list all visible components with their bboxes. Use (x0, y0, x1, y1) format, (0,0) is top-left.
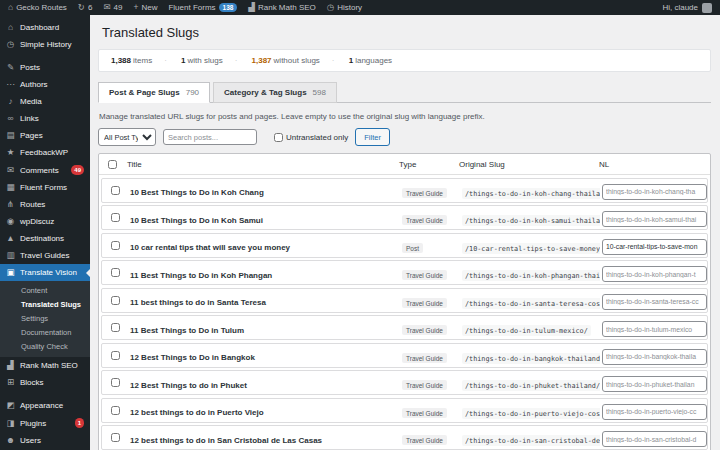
sidebar-item-appearance[interactable]: ◩Appearance (0, 397, 90, 414)
row-slug-cell: /things-to-do-in-santa-teresa-costa-rica… (460, 291, 600, 309)
submenu-item-quality-check[interactable]: Quality Check (0, 339, 90, 353)
nl-slug-input[interactable] (602, 184, 707, 200)
admin-bar-fluent-forms[interactable]: Fluent Forms 138 (168, 3, 237, 12)
sidebar-item-links[interactable]: ∞Links (0, 110, 90, 127)
tab-category-tag-slugs[interactable]: Category & Tag Slugs 598 (213, 82, 337, 103)
post-type-select[interactable]: All Post Types (98, 128, 156, 146)
post-type-badge: Post (402, 243, 423, 253)
sidebar-item-feedbackwp[interactable]: ★FeedbackWP (0, 144, 90, 161)
sidebar-item-media[interactable]: ♪Media (0, 93, 90, 110)
rank-math-label: Rank Math SEO (258, 3, 316, 12)
main-content: Translated Slugs 1,388items 1with slugs … (90, 0, 720, 450)
row-checkbox[interactable] (111, 351, 120, 360)
nl-slug-input[interactable] (602, 266, 707, 282)
row-type-cell: Travel Guide (400, 429, 460, 447)
admin-bar-history[interactable]: ◷ History (327, 3, 362, 12)
submenu-item-settings[interactable]: Settings (0, 311, 90, 325)
table-row: 12 Best Things to do in PhuketTravel Gui… (101, 370, 708, 395)
admin-bar-site[interactable]: ⌂ Gecko Routes (8, 3, 67, 12)
sidebar-submenu: ContentTranslated SlugsSettingsDocumenta… (0, 281, 90, 357)
column-header-nl: NL (597, 160, 710, 169)
row-checkbox[interactable] (111, 268, 120, 277)
nl-slug-input[interactable] (602, 321, 707, 337)
row-slug-cell: /things-to-do-in-koh-chang-thailand/ (460, 181, 600, 199)
nl-slug-input[interactable] (602, 404, 707, 420)
table-row: 11 Best Things to Do in TulumTravel Guid… (101, 315, 708, 340)
post-title-link[interactable]: 12 best things to do in Puerto Viejo (130, 408, 264, 417)
sidebar-item-dashboard[interactable]: ⌂Dashboard (0, 19, 90, 36)
sidebar-item-pages[interactable]: ▤Pages (0, 127, 90, 144)
row-checkbox[interactable] (111, 296, 120, 305)
updates-icon: ↻ (78, 3, 85, 12)
row-checkbox[interactable] (111, 433, 120, 442)
post-title-link[interactable]: 12 Best Things to Do in Bangkok (130, 353, 255, 362)
links-icon: ∞ (6, 114, 15, 123)
admin-bar-rank-math[interactable]: ▟ Rank Math SEO (248, 3, 315, 12)
site-name: Gecko Routes (16, 3, 67, 12)
submenu-item-documentation[interactable]: Documentation (0, 325, 90, 339)
sidebar-item-authors[interactable]: ⋯Authors (0, 76, 90, 93)
sidebar-item-wpdiscuz[interactable]: ◉wpDiscuz (0, 213, 90, 230)
sidebar-item-plugins[interactable]: ◨Plugins1 (0, 414, 90, 432)
submenu-item-translated-slugs[interactable]: Translated Slugs (0, 297, 90, 311)
sidebar-menu: ⌂Dashboard◷Simple History✎Posts⋯Authors♪… (0, 15, 90, 450)
table-row: 11 Best Things to Do in Koh PhanganTrave… (101, 260, 708, 285)
row-slug-cell: /things-to-do-in-tulum-mexico/ (460, 319, 600, 337)
post-title-link[interactable]: 11 Best Things to Do in Tulum (130, 326, 244, 335)
nl-slug-input[interactable] (602, 431, 707, 447)
post-type-badge: Travel Guide (402, 408, 447, 418)
sidebar-item-posts[interactable]: ✎Posts (0, 59, 90, 76)
admin-bar: ⌂ Gecko Routes ↻ 6 ✉ 49 + New Fluent For… (0, 0, 720, 15)
sidebar-item-rank-math-seo[interactable]: ▟Rank Math SEO (0, 357, 90, 374)
sidebar-item-simple-history[interactable]: ◷Simple History (0, 36, 90, 53)
count-badge: 1 (75, 418, 84, 428)
tab-post-page-slugs[interactable]: Post & Page Slugs 790 (98, 82, 210, 103)
untranslated-only-checkbox[interactable] (274, 133, 283, 142)
sidebar-item-routes[interactable]: ⋔Routes (0, 196, 90, 213)
post-title-link[interactable]: 11 Best Things to Do in Koh Phangan (130, 271, 272, 280)
sidebar-item-label: Media (20, 97, 42, 106)
untranslated-only-toggle[interactable]: Untranslated only (274, 133, 348, 142)
row-checkbox[interactable] (111, 186, 120, 195)
column-header-type: Type (397, 160, 457, 169)
admin-bar-new[interactable]: + New (133, 3, 157, 12)
row-checkbox[interactable] (111, 378, 120, 387)
nl-slug-input[interactable] (602, 349, 707, 365)
table-body: 10 Best Things to Do in Koh ChangTravel … (99, 178, 710, 450)
post-title-link[interactable]: 12 best things to do in San Cristobal de… (130, 436, 322, 445)
row-checkbox[interactable] (111, 213, 120, 222)
post-title-link[interactable]: 10 Best Things to Do in Koh Chang (130, 188, 264, 197)
routes-icon: ⋔ (6, 200, 15, 209)
nl-slug-input[interactable] (602, 294, 707, 310)
sidebar-item-translate-vision[interactable]: ▣Translate Vision (0, 264, 90, 281)
tab-label: Post & Page Slugs (109, 88, 180, 97)
admin-bar-user-menu[interactable]: Hi, claude (662, 3, 712, 13)
row-checkbox[interactable] (111, 406, 120, 415)
row-nl-cell (600, 263, 707, 283)
history-label: History (337, 3, 362, 12)
submenu-item-content[interactable]: Content (0, 283, 90, 297)
post-title-link[interactable]: 11 best things to do in Santa Teresa (130, 298, 266, 307)
select-all-checkbox[interactable] (108, 160, 117, 169)
sidebar-item-comments[interactable]: ✉Comments49 (0, 161, 90, 179)
admin-bar-updates[interactable]: ↻ 6 (78, 3, 93, 12)
nl-slug-input[interactable] (602, 239, 707, 255)
row-checkbox[interactable] (111, 323, 120, 332)
post-title-link[interactable]: 10 Best Things to Do in Koh Samui (130, 216, 263, 225)
nl-slug-input[interactable] (602, 376, 707, 392)
row-type-cell: Travel Guide (400, 291, 460, 309)
row-checkbox[interactable] (111, 241, 120, 250)
post-title-link[interactable]: 10 car rental tips that will save you mo… (130, 243, 290, 252)
sidebar-item-fluent-forms[interactable]: ▦Fluent Forms (0, 179, 90, 196)
filter-button[interactable]: Filter (355, 128, 390, 146)
sidebar-item-users[interactable]: ☻Users (0, 432, 90, 449)
admin-bar-comments[interactable]: ✉ 49 (103, 3, 122, 12)
sidebar-item-destinations[interactable]: ▲Destinations (0, 230, 90, 247)
sidebar-item-blocks[interactable]: ⊞Blocks (0, 374, 90, 391)
row-title-cell: 11 Best Things to Do in Koh Phangan (128, 264, 400, 282)
translate-vision-icon: ▣ (6, 268, 15, 277)
nl-slug-input[interactable] (602, 211, 707, 227)
sidebar-item-travel-guides[interactable]: ▥Travel Guides (0, 247, 90, 264)
post-title-link[interactable]: 12 Best Things to do in Phuket (130, 381, 247, 390)
search-input[interactable] (163, 129, 257, 145)
